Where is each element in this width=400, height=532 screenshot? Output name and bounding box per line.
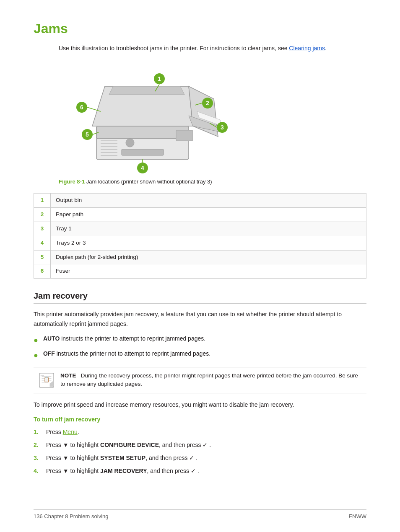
svg-rect-1 [96, 126, 189, 139]
row-label: Duplex path (for 2-sided printing) [51, 250, 366, 264]
row-num: 6 [34, 264, 51, 279]
jam-recovery-heading: Jam recovery [34, 291, 366, 304]
step-item: 4.Press ▼ to highlight JAM RECOVERY, and… [34, 467, 366, 475]
page-title: Jams [34, 21, 366, 36]
svg-marker-3 [109, 86, 184, 95]
bullet-text: AUTO instructs the printer to attempt to… [43, 334, 205, 343]
footer-left: 136 Chapter 8 Problem solving [34, 513, 109, 519]
svg-text:3: 3 [221, 124, 224, 131]
row-label: Trays 2 or 3 [51, 236, 366, 250]
bullet-dot: ● [34, 350, 38, 361]
row-num: 5 [34, 250, 51, 264]
svg-text:5: 5 [86, 131, 89, 138]
bullet-text: OFF instructs the printer not to attempt… [43, 349, 210, 358]
row-num: 1 [34, 194, 51, 208]
figure-caption: Figure 8-1 Jam locations (printer shown … [59, 178, 366, 185]
table-row: 1Output bin [34, 194, 366, 208]
footer-right: ENWW [348, 513, 366, 519]
figure-caption-text: Jam locations (printer shown without opt… [85, 178, 212, 185]
step-content: Press ▼ to highlight CONFIGURE DEVICE, a… [46, 441, 366, 449]
step-item: 1.Press Menu. [34, 428, 366, 436]
step-item: 2.Press ▼ to highlight CONFIGURE DEVICE,… [34, 441, 366, 449]
row-num: 4 [34, 236, 51, 250]
row-num: 2 [34, 207, 51, 222]
table-row: 5Duplex path (for 2-sided printing) [34, 250, 366, 264]
svg-text:📋: 📋 [44, 377, 50, 382]
bullet-item: ●OFF instructs the printer not to attemp… [34, 349, 366, 361]
note-icon: ≡≡≡ 📋 [39, 372, 55, 388]
svg-point-9 [126, 139, 134, 147]
svg-text:6: 6 [80, 104, 83, 111]
row-label: Tray 1 [51, 222, 366, 236]
svg-text:1: 1 [158, 75, 161, 82]
svg-text:≡≡≡: ≡≡≡ [41, 374, 44, 377]
table-row: 2Paper path [34, 207, 366, 222]
table-row: 3Tray 1 [34, 222, 366, 236]
figure-label: Figure 8-1 [59, 178, 85, 185]
step-number: 1. [34, 428, 46, 436]
svg-rect-8 [176, 130, 193, 141]
svg-rect-7 [122, 149, 164, 155]
note-text: NOTE During the recovery process, the pr… [60, 372, 361, 389]
intro-paragraph: Use this illustration to troubleshoot ja… [59, 44, 366, 53]
row-num: 3 [34, 222, 51, 236]
row-label: Output bin [51, 194, 366, 208]
svg-text:4: 4 [141, 165, 144, 171]
menu-link[interactable]: Menu [63, 429, 78, 435]
table-row: 4Trays 2 or 3 [34, 236, 366, 250]
step-number: 3. [34, 454, 46, 462]
bullet-item: ●AUTO instructs the printer to attempt t… [34, 334, 366, 346]
bullet-dot: ● [34, 335, 38, 346]
step-content: Press ▼ to highlight JAM RECOVERY, and t… [46, 467, 366, 475]
note-label: NOTE [60, 372, 76, 379]
table-row: 6Fuser [34, 264, 366, 279]
jam-locations-table: 1Output bin2Paper path3Tray 14Trays 2 or… [34, 193, 366, 279]
step-number: 2. [34, 441, 46, 449]
intro-text-after: . [325, 45, 327, 52]
steps-list: 1.Press Menu.2.Press ▼ to highlight CONF… [34, 428, 366, 475]
clearing-jams-link[interactable]: Clearing jams [289, 45, 325, 52]
improve-text: To improve print speed and increase memo… [34, 400, 366, 409]
row-label: Fuser [51, 264, 366, 279]
procedure-title: To turn off jam recovery [34, 416, 366, 423]
page-footer: 136 Chapter 8 Problem solving ENWW [34, 509, 366, 519]
note-body: During the recovery process, the printer… [60, 372, 358, 387]
jam-recovery-bullets: ●AUTO instructs the printer to attempt t… [34, 334, 366, 361]
step-content: Press Menu. [46, 428, 366, 436]
intro-text-before: Use this illustration to troubleshoot ja… [59, 45, 289, 52]
printer-diagram: 1 2 3 4 5 6 [59, 61, 235, 174]
row-label: Paper path [51, 207, 366, 222]
jam-recovery-body: This printer automatically provides jam … [34, 310, 366, 328]
svg-text:2: 2 [206, 100, 209, 106]
note-box: ≡≡≡ 📋 NOTE During the recovery process, … [34, 367, 366, 393]
step-content: Press ▼ to highlight SYSTEM SETUP, and t… [46, 454, 366, 462]
step-number: 4. [34, 467, 46, 475]
step-item: 3.Press ▼ to highlight SYSTEM SETUP, and… [34, 454, 366, 462]
